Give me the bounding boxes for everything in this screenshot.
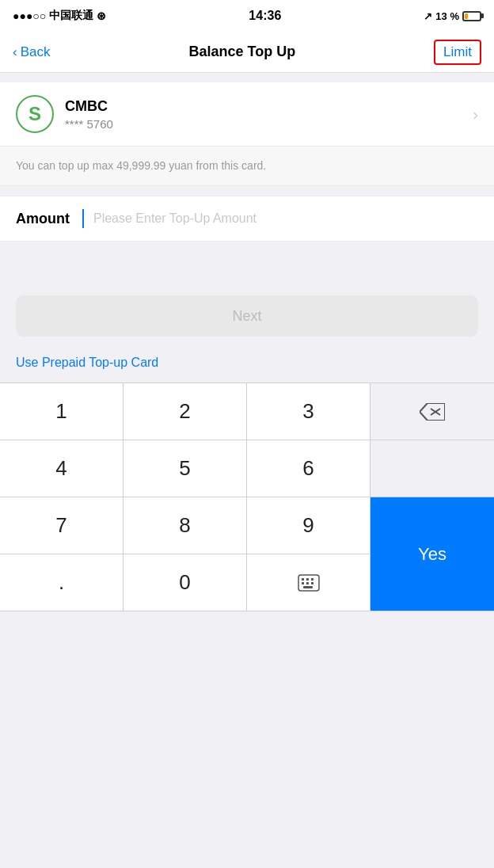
bank-logo: S — [16, 95, 54, 133]
card-info-left: S CMBC **** 5760 — [16, 95, 113, 133]
svg-rect-4 — [302, 578, 304, 581]
status-bar: ●●●○○ 中国联通 ⊛ 14:36 ↗ 13 % — [0, 0, 494, 32]
key-1[interactable]: 1 — [0, 383, 124, 440]
key-8[interactable]: 8 — [124, 497, 247, 554]
next-btn-wrapper: Next — [0, 289, 494, 346]
wifi-icon: ⊛ — [97, 10, 106, 22]
key-keyboard[interactable] — [247, 554, 370, 611]
chevron-right-icon: › — [473, 105, 478, 124]
spacer — [0, 242, 494, 289]
amount-label: Amount — [16, 211, 70, 227]
key-empty-r2 — [370, 440, 494, 497]
key-yes[interactable]: Yes — [370, 497, 494, 611]
back-label: Back — [21, 44, 51, 60]
card-number: **** 5760 — [65, 117, 113, 131]
key-9[interactable]: 9 — [247, 497, 370, 554]
key-0[interactable]: 0 — [124, 554, 247, 611]
key-4[interactable]: 4 — [0, 440, 124, 497]
nav-bar: ‹ Back Balance Top Up Limit — [0, 32, 494, 73]
back-button[interactable]: ‹ Back — [13, 44, 50, 60]
svg-rect-10 — [303, 586, 313, 588]
key-dot[interactable]: . — [0, 554, 124, 611]
status-carrier: ●●●○○ 中国联通 ⊛ — [13, 9, 106, 23]
info-text: You can top up max 49,999.99 yuan from t… — [16, 158, 478, 174]
key-2[interactable]: 2 — [124, 383, 247, 440]
key-delete[interactable] — [370, 383, 494, 440]
svg-rect-6 — [311, 578, 314, 581]
svg-rect-8 — [306, 582, 309, 584]
signal-dots: ●●●○○ — [13, 10, 46, 22]
svg-rect-5 — [306, 578, 309, 581]
bank-name: CMBC — [65, 98, 113, 115]
page-title: Balance Top Up — [188, 44, 295, 60]
status-battery: ↗ 13 % — [424, 10, 481, 22]
carrier-name: 中国联通 — [49, 9, 93, 23]
battery-percent: 13 % — [435, 10, 459, 22]
key-6[interactable]: 6 — [247, 440, 370, 497]
amount-row[interactable]: Amount Please Enter Top-Up Amount — [0, 196, 494, 242]
prepaid-link-area: Use Prepaid Top-up Card — [0, 346, 494, 383]
status-time: 14:36 — [249, 9, 281, 23]
key-5[interactable]: 5 — [124, 440, 247, 497]
amount-cursor — [82, 209, 84, 228]
battery-icon — [462, 11, 481, 21]
arrow-icon: ↗ — [424, 10, 432, 22]
card-section[interactable]: S CMBC **** 5760 › — [0, 82, 494, 146]
svg-rect-9 — [311, 582, 314, 584]
amount-placeholder: Please Enter Top-Up Amount — [93, 211, 256, 226]
svg-rect-7 — [302, 582, 304, 584]
numpad: 1 2 3 4 5 6 7 8 9 Yes . 0 — [0, 383, 494, 611]
prepaid-topup-link[interactable]: Use Prepaid Top-up Card — [16, 356, 158, 369]
next-button[interactable]: Next — [16, 295, 478, 337]
card-details: CMBC **** 5760 — [65, 98, 113, 131]
key-3[interactable]: 3 — [247, 383, 370, 440]
chevron-left-icon: ‹ — [13, 44, 17, 60]
key-7[interactable]: 7 — [0, 497, 124, 554]
limit-button[interactable]: Limit — [434, 40, 481, 65]
info-banner: You can top up max 49,999.99 yuan from t… — [0, 146, 494, 186]
svg-marker-0 — [420, 403, 445, 421]
